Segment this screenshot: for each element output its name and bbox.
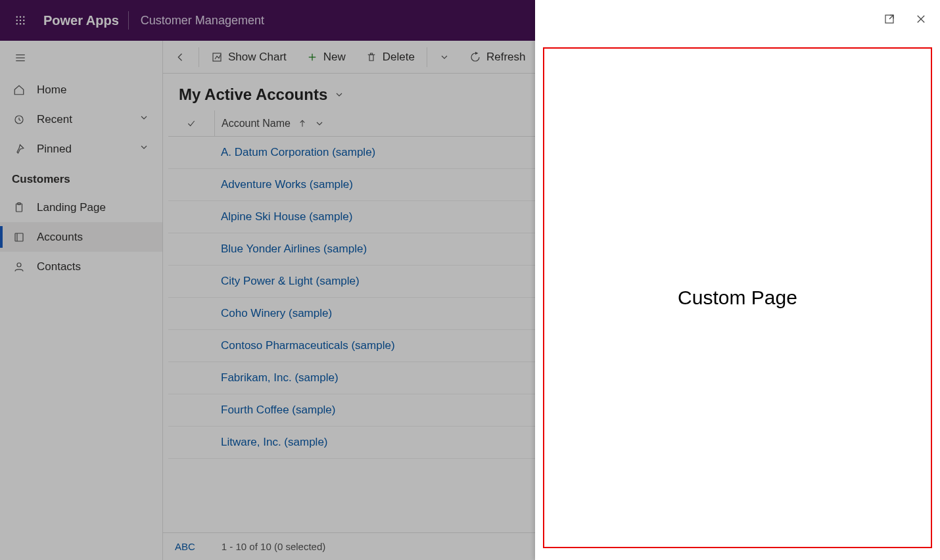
custom-page-placeholder: Custom Page xyxy=(678,287,797,309)
panel-close-button[interactable] xyxy=(911,9,931,32)
side-panel: Custom Page xyxy=(535,0,940,560)
panel-header xyxy=(535,0,940,41)
close-icon xyxy=(915,13,927,25)
panel-expand-button[interactable] xyxy=(880,9,899,32)
app-root: Power Apps Customer Management Home Rece… xyxy=(0,0,940,560)
expand-icon xyxy=(883,13,895,25)
panel-body: Custom Page xyxy=(543,47,932,548)
